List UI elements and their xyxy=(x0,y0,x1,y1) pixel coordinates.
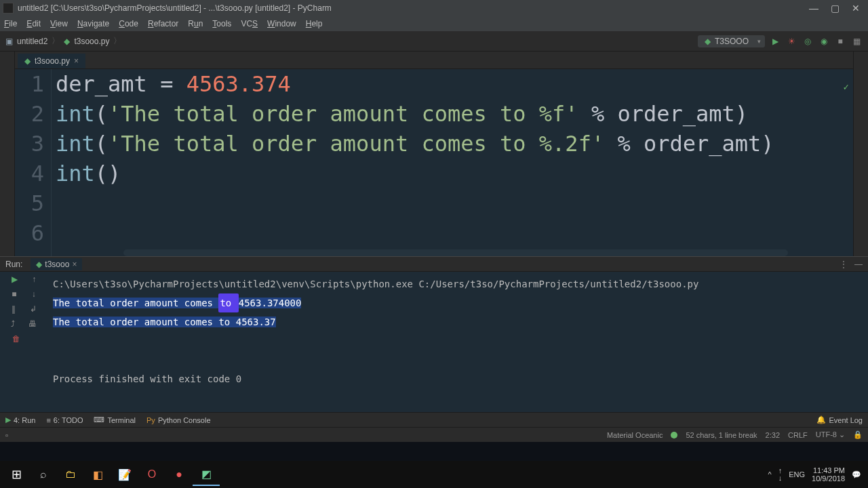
python-file-icon: ◆ xyxy=(24,56,31,66)
console-output[interactable]: C:\Users\t3so\PycharmProjects\untitled2\… xyxy=(47,272,868,412)
console-line: The total order amount comes to 4563.37 xyxy=(53,312,863,331)
down-icon[interactable]: ↓ xyxy=(32,289,36,299)
tab-event-log[interactable]: 🔔Event Log xyxy=(816,415,863,424)
minimize-button[interactable]: — xyxy=(809,3,818,14)
coverage-button[interactable]: ◎ xyxy=(802,37,814,46)
status-start-icon[interactable]: ▫ xyxy=(5,431,8,439)
close-button[interactable]: ✕ xyxy=(852,3,860,14)
run-panel-title: Run: xyxy=(5,260,22,269)
chevron-right-icon: 〉 xyxy=(52,35,60,47)
run-hide-icon[interactable]: — xyxy=(854,260,863,269)
run-tab-close-icon[interactable]: × xyxy=(72,260,77,269)
python-file-icon: ◆ xyxy=(64,37,70,46)
status-theme[interactable]: Material Oceanic xyxy=(607,431,663,439)
maximize-button[interactable]: ▢ xyxy=(831,3,840,14)
app-icon xyxy=(3,3,14,14)
tab-terminal[interactable]: ⌨Terminal xyxy=(94,415,136,424)
search-icon[interactable]: ⌕ xyxy=(30,463,57,486)
print-icon[interactable]: 🖶 xyxy=(28,319,37,329)
menu-run[interactable]: Run xyxy=(188,19,203,28)
code-content[interactable]: der_amt = 4563.374int('The total order a… xyxy=(52,69,853,256)
python-icon: ◆ xyxy=(705,37,711,46)
tab-run[interactable]: ▶4: Run xyxy=(5,415,35,424)
menu-code[interactable]: Code xyxy=(119,19,138,28)
menu-navigate[interactable]: Navigate xyxy=(77,19,109,28)
opera-icon[interactable]: O xyxy=(138,463,165,486)
tab-todo[interactable]: ≡6: TODO xyxy=(46,416,83,424)
rerun-icon[interactable]: ▶ xyxy=(12,274,18,284)
tab-close-icon[interactable]: × xyxy=(74,56,79,66)
delete-icon[interactable]: 🗑 xyxy=(12,334,20,344)
status-lock-icon[interactable]: 🔒 xyxy=(853,430,863,439)
explorer-icon[interactable]: 🗀 xyxy=(57,463,84,486)
line-number-gutter: 123456 xyxy=(15,69,52,256)
console-line: C:\Users\t3so\PycharmProjects\untitled2\… xyxy=(53,274,863,293)
status-line-separator[interactable]: CRLF xyxy=(788,431,808,439)
pycharm-taskbar-icon[interactable]: ◩ xyxy=(193,463,220,486)
menu-file[interactable]: File xyxy=(4,19,17,28)
run-button[interactable]: ▶ xyxy=(769,37,781,46)
stop-icon[interactable]: ■ xyxy=(12,289,16,299)
run-options-icon[interactable]: ⋮ xyxy=(840,260,848,269)
tray-clock[interactable]: 11:43 PM 10/9/2018 xyxy=(812,466,845,483)
breadcrumb: ▣ untitled2 〉 ◆ t3sooo.py 〉 xyxy=(5,35,121,47)
folder-icon: ▣ xyxy=(5,37,13,46)
menu-vcs[interactable]: VCS xyxy=(241,19,258,28)
exit-icon[interactable]: ⤴ xyxy=(11,319,15,329)
pause-icon[interactable]: ‖ xyxy=(12,304,16,314)
tab-python-console[interactable]: PyPython Console xyxy=(146,416,211,424)
search-everywhere-icon[interactable]: ▦ xyxy=(850,37,863,46)
console-exit-line: Process finished with exit code 0 xyxy=(53,369,863,388)
soft-wrap-icon[interactable]: ↲ xyxy=(30,304,37,314)
status-encoding[interactable]: UTF-8 ⌄ xyxy=(816,430,845,439)
breadcrumb-root[interactable]: untitled2 xyxy=(17,37,47,46)
debug-button[interactable]: ☀ xyxy=(785,37,797,46)
tray-lang[interactable]: ENG xyxy=(789,470,805,479)
tray-chevron-icon[interactable]: ^ xyxy=(768,470,772,479)
run-action-toolbar: ▶ ↑ ■ ↓ ‖ ↲ ⤴ 🖶 🗑 xyxy=(0,272,47,412)
run-config-selector[interactable]: ◆ T3SOOO xyxy=(698,35,765,47)
menu-view[interactable]: View xyxy=(50,19,68,28)
menu-tools[interactable]: Tools xyxy=(212,19,231,28)
breadcrumb-file[interactable]: t3sooo.py xyxy=(74,37,109,46)
run-tool-window: Run: ◆ t3sooo × ⋮ — ▶ ↑ ■ ↓ ‖ ↲ ⤴ xyxy=(0,256,868,412)
tab-filename: t3sooo.py xyxy=(35,56,70,66)
recorder-icon[interactable]: ● xyxy=(165,463,193,486)
run-config-name: T3SOOO xyxy=(715,37,749,46)
navigation-toolbar: ▣ untitled2 〉 ◆ t3sooo.py 〉 ◆ T3SOOO ▶ ☀… xyxy=(0,31,868,52)
window-title: untitled2 [C:\Users\t3so\PycharmProjects… xyxy=(18,3,332,13)
status-selection: 52 chars, 1 line break xyxy=(686,431,757,439)
start-button[interactable]: ⊞ xyxy=(3,463,30,486)
menu-edit[interactable]: Edit xyxy=(26,19,41,28)
right-tool-stripe[interactable] xyxy=(853,52,868,256)
system-tray[interactable]: ^ ↑↓ ENG 11:43 PM 10/9/2018 💬 xyxy=(768,466,865,483)
sublime-icon[interactable]: ◧ xyxy=(84,463,111,486)
stop-button[interactable]: ■ xyxy=(834,37,846,46)
console-line: The total order amount comes to 4563.374… xyxy=(53,293,863,312)
up-icon[interactable]: ↑ xyxy=(32,274,36,284)
status-dot-icon xyxy=(671,432,677,439)
editor-tab-active[interactable]: ◆ t3sooo.py × xyxy=(18,54,85,68)
menu-help[interactable]: Help xyxy=(306,19,323,28)
left-tool-stripe[interactable] xyxy=(0,52,15,256)
tray-notifications-icon[interactable]: 💬 xyxy=(852,470,861,479)
run-tab[interactable]: ◆ t3sooo × xyxy=(31,258,82,270)
menu-window[interactable]: Window xyxy=(267,19,296,28)
menu-refactor[interactable]: Refactor xyxy=(148,19,178,28)
editor-tabs: ◆ t3sooo.py × xyxy=(15,52,853,69)
status-caret-pos[interactable]: 2:32 xyxy=(766,431,780,439)
notepad-icon[interactable]: 📝 xyxy=(111,463,138,486)
inspection-ok-icon: ✓ xyxy=(844,72,849,102)
python-icon: ◆ xyxy=(36,260,42,269)
code-editor[interactable]: 123456 der_amt = 4563.374int('The total … xyxy=(15,69,853,256)
chevron-right-icon: 〉 xyxy=(113,35,121,47)
bottom-tool-tabs: ▶4: Run ≡6: TODO ⌨Terminal PyPython Cons… xyxy=(0,412,868,427)
windows-taskbar: ⊞ ⌕ 🗀 ◧ 📝 O ● ◩ ^ ↑↓ ENG 11:43 PM 10/9/2… xyxy=(0,461,868,488)
status-bar: ▫ Material Oceanic 52 chars, 1 line brea… xyxy=(0,427,868,442)
menubar: File Edit View Navigate Code Refactor Ru… xyxy=(0,16,868,31)
profiler-button[interactable]: ◉ xyxy=(818,37,830,46)
window-titlebar: untitled2 [C:\Users\t3so\PycharmProjects… xyxy=(0,0,868,16)
run-tab-name: t3sooo xyxy=(45,260,69,269)
horizontal-scrollbar[interactable] xyxy=(123,249,788,256)
